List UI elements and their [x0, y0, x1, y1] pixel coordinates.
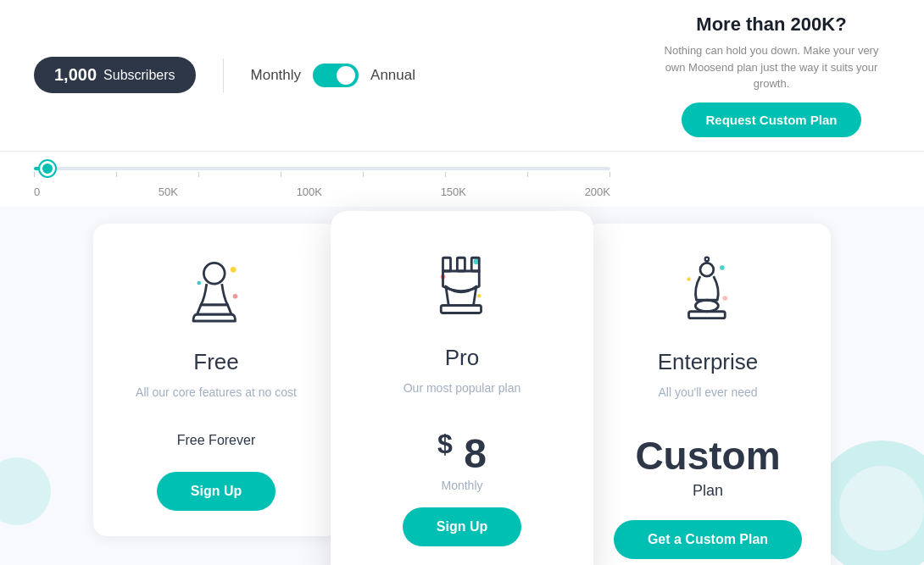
enterprise-plan-desc: All you'll ever need	[610, 384, 805, 418]
tick	[198, 172, 199, 177]
svg-point-13	[722, 296, 727, 301]
tick	[610, 172, 610, 177]
free-signup-button[interactable]: Sign Up	[157, 472, 276, 511]
tick	[34, 172, 35, 177]
pro-plan-title: Pro	[365, 345, 559, 371]
slider-label-0: 0	[34, 186, 40, 198]
svg-point-6	[477, 294, 481, 298]
billing-toggle-switch[interactable]	[313, 64, 359, 87]
pricing-cards-section: Free All our core features at no cost Fr…	[0, 207, 924, 566]
svg-point-11	[720, 265, 725, 270]
slider-label-50k: 50K	[159, 186, 178, 198]
tick	[363, 172, 364, 177]
slider-label-100k: 100K	[297, 186, 322, 198]
free-plan-title: Free	[119, 349, 314, 375]
pro-price-period: Monthly	[365, 479, 559, 492]
subscriber-badge: 1,000 Subscribers	[34, 57, 196, 93]
dollar-sign: $	[437, 429, 453, 459]
enterprise-custom-plan-button[interactable]: Get a Custom Plan	[614, 520, 802, 559]
chess-rook-icon	[424, 248, 500, 334]
chess-bishop-icon	[670, 252, 746, 338]
enterprise-plan-title: Enterprise	[610, 349, 805, 375]
request-custom-plan-button[interactable]: Request Custom Plan	[682, 102, 860, 137]
svg-rect-8	[457, 258, 465, 271]
pro-plan-icon	[424, 253, 500, 330]
tick	[116, 172, 117, 177]
svg-point-15	[695, 300, 718, 312]
svg-rect-16	[689, 312, 726, 319]
enterprise-price-main: Custom	[610, 433, 805, 479]
more-than-title: More than 200K?	[653, 14, 890, 36]
free-plan-price: Free Forever	[119, 433, 314, 448]
slider-labels: 0 50K 100K 150K 200K	[34, 177, 610, 198]
free-plan-card: Free All our core features at no cost Fr…	[93, 224, 339, 536]
slider-label-200k: 200K	[585, 186, 610, 198]
billing-toggle: Monthly Annual	[251, 64, 415, 87]
svg-point-12	[687, 277, 691, 281]
svg-point-2	[233, 294, 238, 299]
tick	[445, 172, 446, 177]
svg-point-14	[700, 263, 714, 276]
pro-plan-desc: Our most popular plan	[365, 379, 559, 413]
svg-point-1	[198, 281, 202, 285]
monthly-label: Monthly	[251, 67, 302, 84]
svg-rect-7	[443, 258, 451, 271]
subscriber-slider-section: 0 50K 100K 150K 200K	[0, 152, 924, 207]
annual-label: Annual	[370, 67, 415, 84]
free-plan-desc: All our core features at no cost	[119, 384, 314, 418]
slider-track	[34, 167, 610, 170]
chess-pawn-icon	[178, 252, 254, 338]
slider-wrapper: 0 50K 100K 150K 200K	[34, 167, 610, 198]
more-than-desc: Nothing can hold you down. Make your ver…	[653, 42, 890, 92]
enterprise-plan-card: Enterprise All you'll ever need Custom P…	[585, 224, 831, 566]
enterprise-plan-icon	[670, 258, 746, 334]
free-plan-icon	[178, 258, 254, 334]
svg-point-18	[705, 258, 710, 262]
tick	[281, 172, 281, 177]
tick-marks	[34, 170, 610, 177]
subscriber-count: 1,000	[54, 65, 97, 85]
vertical-divider	[223, 58, 224, 92]
svg-point-3	[203, 263, 225, 284]
custom-plan-promo: More than 200K? Nothing can hold you dow…	[653, 14, 890, 137]
pro-price-amount: 8	[464, 431, 487, 476]
slider-thumb[interactable]	[40, 161, 55, 176]
decorative-circle-left	[0, 457, 51, 525]
pro-plan-card: Pro Our most popular plan $ 8 Monthly Si…	[331, 211, 593, 566]
subscriber-label: Subscribers	[103, 68, 175, 83]
svg-point-0	[231, 267, 237, 273]
svg-rect-10	[441, 305, 481, 313]
slider-label-150k: 150K	[441, 186, 466, 198]
enterprise-price-sub: Plan	[610, 482, 805, 500]
pro-signup-button[interactable]: Sign Up	[403, 507, 521, 546]
tick	[527, 172, 528, 177]
pro-plan-price: $ 8	[365, 429, 559, 477]
